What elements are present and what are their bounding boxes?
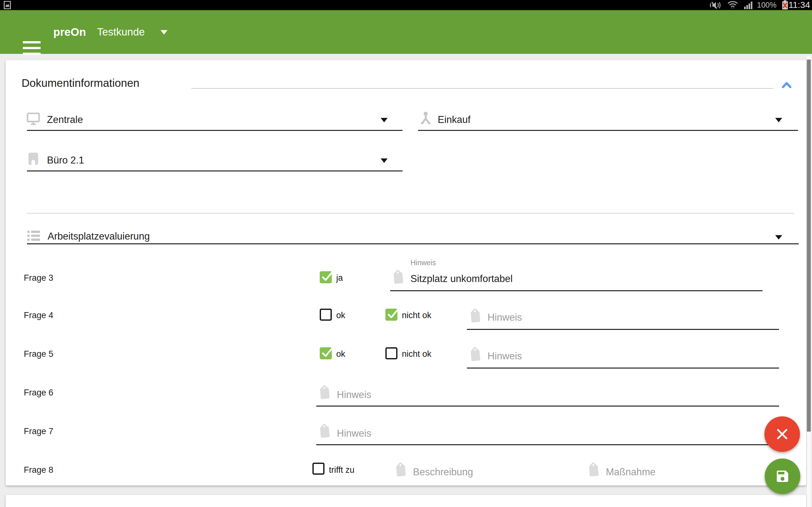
checkbox-label: ok: [336, 311, 345, 320]
menu-icon[interactable]: [23, 41, 41, 55]
question-label: Frage 5: [24, 349, 53, 359]
next-card: [6, 495, 806, 507]
list-icon: [26, 228, 41, 243]
room-dropdown-icon[interactable]: [380, 158, 388, 163]
hint-floating-label: Hinweis: [410, 259, 436, 267]
question-label: Frage 4: [24, 311, 53, 320]
close-button[interactable]: [764, 416, 800, 452]
department-select[interactable]: Einkauf: [438, 114, 470, 125]
tag-icon: [317, 386, 333, 401]
location-select[interactable]: Zentrale: [47, 114, 83, 125]
hint-input[interactable]: Hinweis: [488, 350, 522, 362]
screenshot-icon: [3, 1, 11, 9]
app-title: preOn: [53, 10, 86, 54]
hint-underline: [467, 368, 779, 369]
checkbox-label: ok: [336, 349, 345, 359]
check-icon: [386, 307, 399, 321]
account-dropdown-icon[interactable]: [160, 30, 167, 35]
status-time: 11:34: [789, 0, 810, 10]
mute-vibrate-icon: [710, 1, 721, 9]
checkbox-ok[interactable]: [320, 347, 332, 359]
scrollbar-thumb[interactable]: [807, 60, 811, 432]
question-label: Frage 6: [24, 388, 53, 398]
signal-strength-icon: [744, 1, 754, 9]
room-underline: [27, 170, 403, 171]
tag-icon: [391, 271, 406, 286]
checkbox-label: nicht ok: [402, 311, 432, 320]
room-select[interactable]: Büro 2.1: [47, 155, 84, 166]
location-dropdown-icon[interactable]: [380, 118, 388, 122]
account-selector[interactable]: Testkunde: [97, 10, 145, 54]
question-label: Frage 3: [24, 273, 53, 283]
hint-input[interactable]: Hinweis: [337, 428, 371, 439]
checkbox-nicht-ok[interactable]: [386, 347, 397, 359]
wifi-icon: [727, 1, 739, 9]
department-underline: [418, 130, 798, 131]
tag-icon: [468, 348, 483, 363]
hint-underline: [467, 329, 779, 330]
battery-error-icon: [781, 0, 789, 10]
tag-icon: [393, 463, 409, 478]
room-icon: [26, 152, 41, 166]
checkbox-label: trifft zu: [329, 465, 355, 475]
monitor-icon: [26, 112, 41, 126]
hint-input[interactable]: Sitzplatz unkomfortabel: [410, 273, 513, 285]
location-underline: [27, 130, 403, 131]
section-divider: [27, 213, 794, 214]
measure-input[interactable]: Maßnahme: [606, 466, 656, 478]
hint-input[interactable]: Hinweis: [488, 312, 522, 323]
description-input[interactable]: Beschreibung: [413, 466, 473, 478]
checklist-underline: [27, 243, 799, 244]
tag-icon: [317, 425, 333, 440]
hint-input[interactable]: Hinweis: [337, 389, 371, 400]
section-title: Dokumentinformationen: [21, 77, 140, 89]
close-icon: [775, 427, 790, 441]
save-icon: [775, 469, 790, 484]
checkbox-ok[interactable]: [320, 308, 332, 321]
question-label: Frage 8: [24, 465, 53, 475]
screen: 100% 11:34 preOn Testkunde Dokumentinfor…: [0, 0, 812, 507]
title-divider: [191, 88, 773, 89]
hint-underline: [316, 444, 779, 445]
hierarchy-icon: [418, 111, 433, 126]
question-label: Frage 7: [24, 427, 53, 436]
battery-percent: 100%: [757, 0, 776, 10]
checklist-dropdown-icon[interactable]: [775, 235, 782, 239]
status-bar: 100% 11:34: [0, 0, 812, 10]
tag-icon: [586, 463, 601, 478]
hint-underline: [390, 290, 763, 291]
document-card: Dokumentinformationen Zentrale Einkauf: [6, 60, 806, 486]
checkbox-ja[interactable]: [320, 271, 332, 283]
checkbox-trifft-zu[interactable]: [312, 463, 324, 475]
save-button[interactable]: [765, 458, 800, 494]
hint-underline: [316, 406, 779, 406]
department-dropdown-icon[interactable]: [775, 118, 782, 122]
checkbox-label: nicht ok: [402, 349, 432, 359]
check-icon: [320, 346, 334, 359]
checklist-select[interactable]: Arbeitsplatzevaluierung: [48, 231, 150, 242]
collapse-chevron-up-icon[interactable]: [779, 78, 795, 93]
tag-icon: [468, 309, 483, 325]
checkbox-label: ja: [336, 273, 343, 283]
checkbox-nicht-ok[interactable]: [386, 308, 397, 321]
check-icon: [320, 270, 334, 283]
